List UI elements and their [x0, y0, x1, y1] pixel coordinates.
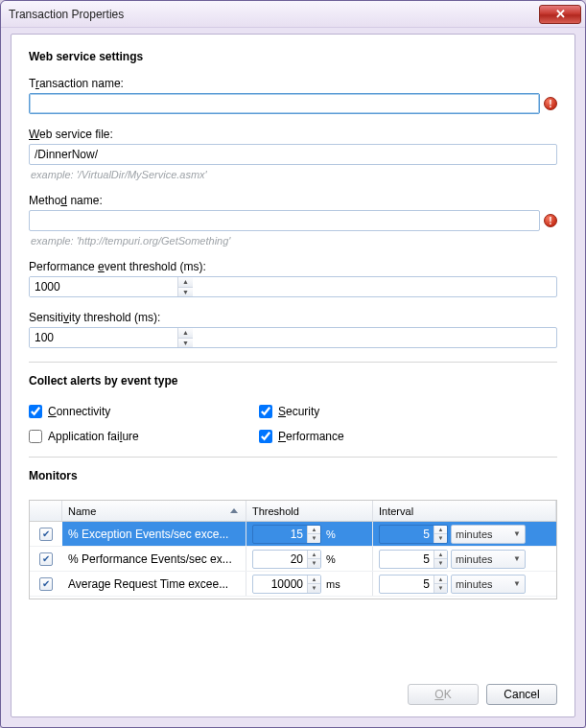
col-checkbox[interactable] — [30, 501, 62, 521]
col-threshold[interactable]: Threshold — [246, 501, 373, 521]
threshold-unit: % — [324, 528, 345, 540]
table-body: ✔% Exception Events/sec exce...▲▼%▲▼minu… — [30, 522, 556, 597]
chevron-down-icon: ▼ — [513, 579, 521, 588]
spin-down-icon[interactable]: ▼ — [178, 287, 193, 297]
row-checkbox[interactable]: ✔ — [39, 528, 53, 541]
alert-checkbox[interactable]: Connectivity — [29, 405, 259, 418]
spin-up-icon[interactable]: ▲ — [434, 551, 447, 559]
dropdown-value: minutes — [456, 528, 493, 540]
table-row[interactable]: ✔% Exception Events/sec exce...▲▼%▲▼minu… — [30, 522, 556, 547]
table-row[interactable]: ✔% Performance Events/sec ex...▲▼%▲▼minu… — [30, 547, 556, 572]
error-icon: ! — [544, 214, 557, 227]
row-checkbox-cell: ✔ — [30, 572, 62, 596]
perf-threshold-stepper[interactable]: ▲▼ — [29, 276, 557, 297]
spin-buttons[interactable]: ▲▼ — [177, 328, 193, 347]
spin-buttons[interactable]: ▲▼ — [434, 526, 447, 543]
row-interval: ▲▼minutes▼ — [373, 572, 556, 596]
alert-checkbox[interactable]: Performance — [259, 430, 557, 443]
row-checkbox-cell: ✔ — [30, 522, 62, 546]
chevron-down-icon: ▼ — [513, 554, 521, 563]
threshold-unit: % — [324, 553, 345, 565]
table-row[interactable]: ✔Average Request Time excee...▲▼ms▲▼minu… — [30, 572, 556, 597]
spin-up-icon[interactable]: ▲ — [308, 551, 320, 559]
spin-buttons[interactable]: ▲▼ — [434, 575, 447, 593]
spin-buttons[interactable]: ▲▼ — [434, 551, 447, 568]
alert-checkbox[interactable]: Security — [259, 405, 557, 418]
col-interval[interactable]: Interval — [373, 501, 556, 521]
spin-up-icon[interactable]: ▲ — [308, 575, 320, 584]
checkbox-label: Performance — [278, 430, 344, 443]
interval-stepper[interactable]: ▲▼ — [379, 575, 448, 594]
interval-unit-dropdown[interactable]: minutes▼ — [451, 550, 526, 569]
spin-down-icon[interactable]: ▼ — [434, 533, 447, 543]
web-service-file-input[interactable] — [29, 144, 557, 165]
interval-unit-dropdown[interactable]: minutes▼ — [451, 575, 526, 594]
threshold-input[interactable] — [253, 551, 307, 568]
spin-up-icon[interactable]: ▲ — [308, 526, 320, 534]
sensitivity-threshold-label: Sensitivity threshold (ms): — [29, 311, 557, 324]
row-checkbox[interactable]: ✔ — [39, 552, 53, 566]
transaction-name-input[interactable] — [29, 93, 540, 114]
dropdown-value: minutes — [456, 553, 493, 565]
threshold-stepper[interactable]: ▲▼ — [252, 525, 321, 544]
row-interval: ▲▼minutes▼ — [373, 522, 556, 546]
spin-up-icon[interactable]: ▲ — [178, 277, 193, 287]
threshold-input[interactable] — [253, 526, 307, 543]
row-threshold: ▲▼% — [246, 522, 373, 546]
checkbox-input[interactable] — [259, 405, 272, 418]
interval-input[interactable] — [380, 526, 434, 543]
interval-stepper[interactable]: ▲▼ — [379, 550, 448, 569]
row-checkbox[interactable]: ✔ — [39, 577, 53, 591]
threshold-unit: ms — [324, 578, 345, 590]
threshold-stepper[interactable]: ▲▼ — [252, 550, 321, 569]
spin-down-icon[interactable]: ▼ — [308, 583, 320, 593]
cancel-button[interactable]: Cancel — [486, 684, 557, 705]
interval-input[interactable] — [380, 575, 434, 593]
perf-threshold-label: Performance event threshold (ms): — [29, 260, 557, 273]
interval-stepper[interactable]: ▲▼ — [379, 525, 448, 544]
spin-down-icon[interactable]: ▼ — [434, 583, 447, 593]
col-name[interactable]: Name — [62, 501, 246, 521]
spin-buttons[interactable]: ▲▼ — [307, 575, 320, 593]
checkbox-label: Security — [278, 405, 319, 418]
divider — [29, 457, 557, 458]
dropdown-value: minutes — [456, 578, 493, 590]
titlebar: Transaction Properties ✕ — [1, 1, 585, 28]
spin-up-icon[interactable]: ▲ — [178, 328, 193, 338]
chevron-down-icon: ▼ — [513, 529, 521, 538]
sensitivity-threshold-input[interactable] — [30, 328, 177, 347]
row-threshold: ▲▼% — [246, 547, 373, 571]
dialog-footer: OK Cancel — [29, 674, 557, 705]
spin-down-icon[interactable]: ▼ — [434, 558, 447, 568]
error-icon: ! — [544, 97, 557, 110]
spin-up-icon[interactable]: ▲ — [434, 526, 447, 534]
spin-buttons[interactable]: ▲▼ — [307, 551, 320, 568]
close-icon: ✕ — [555, 8, 566, 20]
threshold-stepper[interactable]: ▲▼ — [252, 575, 321, 594]
threshold-input[interactable] — [253, 575, 307, 593]
spin-down-icon[interactable]: ▼ — [178, 338, 193, 348]
checkbox-input[interactable] — [259, 430, 272, 443]
spin-buttons[interactable]: ▲▼ — [177, 277, 193, 296]
interval-unit-dropdown[interactable]: minutes▼ — [451, 525, 526, 544]
checkbox-input[interactable] — [29, 430, 42, 443]
checkbox-input[interactable] — [29, 405, 42, 418]
spin-down-icon[interactable]: ▼ — [308, 533, 320, 543]
checkbox-label: Application failure — [48, 430, 139, 443]
spin-up-icon[interactable]: ▲ — [434, 575, 447, 584]
sensitivity-threshold-stepper[interactable]: ▲▼ — [29, 327, 557, 348]
web-service-heading: Web service settings — [29, 50, 557, 63]
method-name-input[interactable] — [29, 210, 540, 231]
ok-button[interactable]: OK — [408, 684, 479, 705]
row-interval: ▲▼minutes▼ — [373, 547, 556, 571]
interval-input[interactable] — [380, 551, 434, 568]
close-button[interactable]: ✕ — [539, 5, 581, 24]
perf-threshold-input[interactable] — [30, 277, 177, 296]
spin-down-icon[interactable]: ▼ — [308, 558, 320, 568]
web-service-file-label: Web service file: — [29, 128, 557, 141]
method-name-label: Method name: — [29, 194, 557, 207]
alert-checkbox[interactable]: Application failure — [29, 430, 259, 443]
alerts-grid: ConnectivitySecurityApplication failureP… — [29, 405, 557, 443]
dialog-window: Transaction Properties ✕ Web service set… — [0, 0, 586, 728]
spin-buttons[interactable]: ▲▼ — [307, 526, 320, 543]
